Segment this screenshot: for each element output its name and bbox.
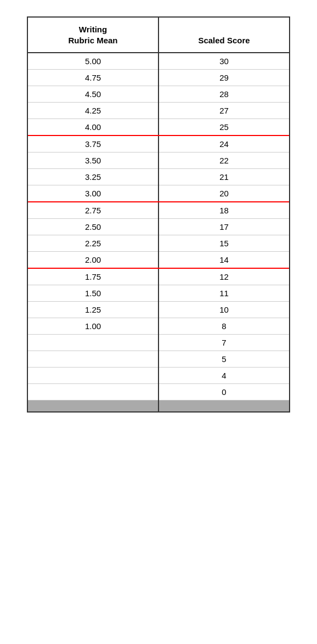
rubric-mean-cell: 3.50: [28, 152, 158, 169]
table-row: 3.5022: [28, 152, 289, 169]
table-row: 2.2515: [28, 235, 289, 252]
scaled-score-cell: 10: [158, 302, 289, 318]
scaled-score-cell: 27: [158, 103, 289, 119]
rubric-mean-cell: 3.75: [28, 135, 158, 152]
rubric-mean-cell: 1.00: [28, 318, 158, 335]
table-row: 3.2521: [28, 169, 289, 185]
table-row: 3.7524: [28, 135, 289, 152]
col-rubric-mean-header: WritingRubric Mean: [28, 18, 158, 53]
rubric-mean-cell: 2.00: [28, 252, 158, 269]
scaled-score-cell: 4: [158, 368, 289, 384]
footer-cell-left: [28, 400, 158, 411]
scaled-score-cell: 15: [158, 235, 289, 252]
col-scaled-score-header: Scaled Score: [158, 18, 289, 53]
table-row: 4.2527: [28, 103, 289, 119]
scaled-score-cell: 21: [158, 169, 289, 185]
rubric-mean-cell: 4.50: [28, 86, 158, 103]
rubric-mean-cell: [28, 351, 158, 368]
scaled-score-cell: 14: [158, 252, 289, 269]
scaled-score-cell: 5: [158, 351, 289, 368]
scaled-score-cell: 22: [158, 152, 289, 169]
rubric-mean-cell: 4.25: [28, 103, 158, 119]
table-row: 0: [28, 384, 289, 400]
table-row: 5: [28, 351, 289, 368]
rubric-mean-cell: 3.25: [28, 169, 158, 185]
rubric-mean-cell: 2.75: [28, 202, 158, 219]
rubric-mean-cell: 1.50: [28, 285, 158, 302]
table-row: 2.0014: [28, 252, 289, 269]
rubric-mean-cell: 4.00: [28, 119, 158, 136]
rubric-mean-cell: [28, 384, 158, 400]
rubric-mean-cell: 2.50: [28, 219, 158, 235]
table-row: 1.2510: [28, 302, 289, 318]
table-row: 4: [28, 368, 289, 384]
table-row: 4.5028: [28, 86, 289, 103]
table-row: 7: [28, 335, 289, 351]
scaled-score-cell: 11: [158, 285, 289, 302]
scaled-score-cell: 8: [158, 318, 289, 335]
table-row: 1.008: [28, 318, 289, 335]
rubric-mean-cell: 1.25: [28, 302, 158, 318]
score-table: WritingRubric Mean Scaled Score 5.00304.…: [27, 16, 290, 413]
table-row: 2.7518: [28, 202, 289, 219]
table-row: 2.5017: [28, 219, 289, 235]
scaled-score-cell: 29: [158, 70, 289, 86]
table-row: 1.5011: [28, 285, 289, 302]
rubric-mean-cell: [28, 368, 158, 384]
footer-row: [28, 400, 289, 411]
table-row: 1.7512: [28, 268, 289, 285]
scaled-score-cell: 24: [158, 135, 289, 152]
rubric-mean-cell: 1.75: [28, 268, 158, 285]
rubric-mean-cell: 4.75: [28, 70, 158, 86]
scaled-score-cell: 18: [158, 202, 289, 219]
scaled-score-cell: 25: [158, 119, 289, 136]
rubric-mean-cell: 2.25: [28, 235, 158, 252]
scaled-score-cell: 30: [158, 53, 289, 70]
scaled-score-cell: 20: [158, 185, 289, 202]
rubric-mean-cell: [28, 335, 158, 351]
table-row: 5.0030: [28, 53, 289, 70]
table-row: 3.0020: [28, 185, 289, 202]
scaled-score-cell: 12: [158, 268, 289, 285]
table-row: 4.0025: [28, 119, 289, 136]
scaled-score-cell: 28: [158, 86, 289, 103]
rubric-mean-cell: 5.00: [28, 53, 158, 70]
scaled-score-cell: 17: [158, 219, 289, 235]
scaled-score-cell: 0: [158, 384, 289, 400]
table-row: 4.7529: [28, 70, 289, 86]
rubric-mean-cell: 3.00: [28, 185, 158, 202]
scaled-score-cell: 7: [158, 335, 289, 351]
footer-cell-right: [158, 400, 289, 411]
